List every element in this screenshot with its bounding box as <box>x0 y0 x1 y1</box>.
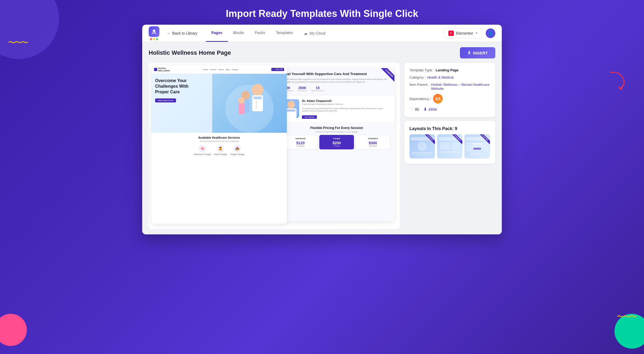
stat-branches-label: Medical Branches <box>311 90 324 91</box>
insert-label: INSERT <box>473 51 488 55</box>
pricing-cards: Individual $120 Individual Couple $200 C… <box>283 135 390 149</box>
card-hero: Overcome Your Challenges With Proper Car… <box>151 74 287 133</box>
pricing-title: Flexible Pricing For Every Session <box>283 126 390 130</box>
pricing-sub: Choose the right session packages for yo… <box>283 131 390 133</box>
back-label: Back to Library <box>172 31 197 35</box>
card-phone-btn: 📞 222-795 <box>271 68 284 71</box>
insert-download-icon: ⬇ <box>467 50 471 55</box>
tier-individual: Individual <box>285 137 316 140</box>
doctor-info: Dr. Adam Chapanneli Psychotherapist, Med… <box>302 99 390 119</box>
dependency-row: Dependency : EA <box>409 94 490 104</box>
card-hero-img <box>212 74 287 133</box>
thumb-badge-3: STARTER <box>477 134 490 148</box>
svg-point-8 <box>238 97 245 104</box>
template-info-card: Template Type : Landing Page Category : … <box>404 63 495 117</box>
thumb-badge-1: STARTER <box>422 134 435 148</box>
service-couples: 💑 Couples Therapy <box>230 145 244 155</box>
layouts-card: Layouts In This Pack: 9 STARTER <box>404 121 495 164</box>
card-hero-text: Overcome Your Challenges With Proper Car… <box>155 78 193 95</box>
services-sub: Find the best support for your mental we… <box>155 140 283 142</box>
svg-rect-4 <box>254 97 262 99</box>
service-online: 💆 Online Therapy <box>214 145 227 155</box>
card-logo-small: HolisticWELLNESS <box>154 67 170 72</box>
tab-packs[interactable]: Packs <box>250 25 270 42</box>
category-value: Health & Medical <box>427 75 453 79</box>
likes-count: 95 <box>415 107 419 112</box>
app-window: ← Back to Library Pages Blocks Packs Tem… <box>142 25 502 234</box>
parent-row: Item Parent : Holistic Wellness – Mental… <box>409 83 490 91</box>
stat-patients: 2500 Total Patients <box>297 86 307 91</box>
bg-zigzag-right: 〜〜〜 <box>617 312 636 322</box>
navigation-bar: ← Back to Library Pages Blocks Packs Tem… <box>142 25 502 42</box>
stat-branches: 15 Medical Branches <box>311 86 324 91</box>
chevron-down-icon: ▼ <box>475 32 478 35</box>
layout-thumb-1[interactable]: STARTER <box>409 134 435 158</box>
dependency-label: Dependency : <box>409 97 431 101</box>
logo-area <box>149 26 159 40</box>
svg-rect-15 <box>412 152 432 154</box>
right-section-doctor: Dr. Adam Chapanneli Psychotherapist, Med… <box>279 95 394 123</box>
layout-thumb-3[interactable]: STARTER <box>464 134 490 158</box>
tier-unlimited: Unlimited <box>357 137 388 140</box>
tab-templates[interactable]: Templates <box>270 25 298 42</box>
svg-point-0 <box>153 30 155 32</box>
cloud-label: My Cloud <box>310 31 325 35</box>
download-icon: ⬇ <box>423 107 427 112</box>
label-couple: Couple <box>321 145 352 147</box>
svg-point-2 <box>252 84 264 96</box>
category-row: Category : Health & Medical <box>409 75 490 79</box>
user-avatar[interactable]: 👤 <box>486 28 495 38</box>
depression-icon: 🧠 <box>199 145 206 152</box>
template-type-row: Template Type : Landing Page <box>409 68 490 72</box>
pricing-unlimited: Unlimited $300 Unlimited <box>356 135 390 149</box>
parent-label: Item Parent : <box>409 83 429 87</box>
tab-pages[interactable]: Pages <box>206 25 228 42</box>
svg-rect-9 <box>239 103 244 114</box>
bg-zigzag-left: 〜〜〜 <box>8 38 27 48</box>
label-unlimited: Unlimited <box>357 145 388 147</box>
layouts-grid: STARTER STARTER <box>409 134 490 158</box>
stat-branches-num: 15 <box>311 86 324 90</box>
card-nav-home: Home <box>203 69 208 71</box>
tier-couple: Couple <box>321 137 352 140</box>
tab-blocks[interactable]: Blocks <box>228 25 250 42</box>
main-content: HolisticWELLNESS Home Service About Blog… <box>149 63 495 229</box>
elementor-label: Elementor <box>456 31 473 35</box>
likes-stat: ♡ 95 <box>409 107 419 112</box>
category-label: Category : <box>409 75 426 79</box>
doctor-profile: Dr. Adam Chapanneli Psychotherapist, Med… <box>283 99 390 119</box>
get-started-btn: Get Started <box>302 115 317 119</box>
stat-patients-label: Total Patients <box>297 90 307 91</box>
nav-tabs: Pages Blocks Packs Templates ☁ My Cloud <box>206 25 331 42</box>
svg-rect-20 <box>440 151 460 153</box>
main-title: Import Ready Templates With Single Click <box>226 8 418 19</box>
type-value: Landing Page <box>436 68 459 72</box>
elementor-selector[interactable]: E Elementor ▼ <box>444 28 482 38</box>
price-unlimited: $300 <box>357 141 388 145</box>
service-depression: 🧠 Depression Therapy <box>194 145 211 155</box>
type-label: Template Type : <box>409 68 434 72</box>
avatar-icon: 👤 <box>488 31 493 36</box>
doctor-name: Dr. Adam Chapanneli <box>302 99 390 102</box>
couples-therapy-icon: 💑 <box>233 145 241 152</box>
cloud-icon: ☁ <box>304 31 308 35</box>
tab-my-cloud[interactable]: ☁ My Cloud <box>298 25 331 42</box>
layout-thumb-2[interactable]: STARTER <box>437 134 463 158</box>
parent-value: Holistic Wellness – Mental Healthcare We… <box>431 83 490 91</box>
pricing-individual: Individual $120 Individual <box>283 135 318 149</box>
content-area: Holistic Wellness Home Page ⬇ INSERT <box>142 42 502 234</box>
back-arrow-icon: ← <box>167 31 171 35</box>
bg-decoration-circle-1 <box>0 0 59 59</box>
ea-text: EA <box>436 97 441 101</box>
services-title: Available Healthcare Services <box>155 136 283 139</box>
insert-button[interactable]: ⬇ INSERT <box>460 47 495 58</box>
doctor-body: I've worked as a psychotherapist for 7 y… <box>302 107 390 113</box>
page-header: Holistic Wellness Home Page ⬇ INSERT <box>149 47 495 58</box>
couples-therapy-label: Couples Therapy <box>230 153 244 155</box>
page-title: Holistic Wellness Home Page <box>149 49 231 56</box>
right-section-pricing: Flexible Pricing For Every Session Choos… <box>279 123 394 153</box>
stats-section: ♡ 95 ⬇ 4994 <box>409 107 490 112</box>
doctor-title: Psychotherapist, Medionary Hospital in C… <box>302 103 390 106</box>
back-to-library-link[interactable]: ← Back to Library <box>164 30 200 37</box>
starter-badge-text: STARTER <box>380 68 394 82</box>
